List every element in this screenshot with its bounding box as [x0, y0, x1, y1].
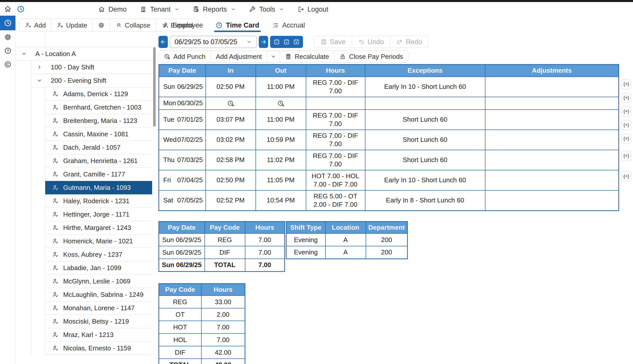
employee-item[interactable]: Hirthe, Margaret - 1243 [45, 221, 152, 235]
timecard-row-sun: Sun06/29/25 02:50 PM 11:00 PM REG 7.00 -… [159, 77, 619, 97]
tree-scrollbar-thumb[interactable] [153, 47, 156, 127]
out-punch-cell [256, 97, 306, 110]
employee-item[interactable]: Hettinger, Jorge - 1171 [45, 208, 152, 221]
nav-item-tools[interactable]: Tools [249, 6, 284, 13]
person-check-icon [52, 265, 59, 271]
redo-button[interactable]: Redo [390, 36, 428, 48]
add-punch-icon[interactable] [227, 100, 235, 107]
out-punch-cell[interactable]: 10:54 PM [256, 190, 306, 211]
out-punch-cell[interactable]: 11:00 PM [256, 77, 306, 97]
calendar-minus-icon[interactable] [273, 39, 280, 45]
employee-item[interactable]: Homenick, Marie - 1021 [45, 235, 152, 248]
tree-settings-button[interactable] [93, 19, 110, 32]
calendar-check-icon[interactable] [283, 39, 290, 45]
add-row-adjustment-button[interactable]: {+} [621, 151, 631, 161]
nav-item-logout[interactable]: Logout [297, 6, 329, 13]
nav-item-reports[interactable]: Reports [193, 6, 236, 13]
employee-item[interactable]: Labadie, Jan - 1099 [45, 261, 152, 275]
date-label: 07/04/25 [177, 176, 203, 184]
add-adjustment-button[interactable]: Add Adjustment [211, 51, 267, 62]
tree-item-evening-shift[interactable]: 200 - Evening Shift [31, 74, 152, 87]
out-punch-cell[interactable]: 11:00 PM [256, 110, 306, 130]
in-punch-cell[interactable]: 02:50 PM [206, 170, 256, 190]
add-row-adjustment-button[interactable]: {+} [621, 120, 631, 130]
hours-cell: REG 5.00 - OT 2.00 - DIF 7.00 [306, 190, 365, 211]
add-row-adjustment-button[interactable]: {+} [621, 107, 631, 116]
summary-row: HOT 7.00 [159, 321, 245, 333]
nav-demo-label: Demo [108, 6, 127, 13]
employee-item[interactable]: Mraz, Karl - 1213 [45, 328, 152, 342]
nav-item-tenant[interactable]: Tenant [140, 6, 179, 13]
sidebar-about-button[interactable] [0, 58, 15, 71]
previous-period-button[interactable] [158, 36, 168, 48]
sidebar-home-button[interactable] [0, 2, 15, 16]
summary-row: OT 2.00 [159, 308, 245, 321]
employee-label: McGlynn, Leslie - 1069 [63, 277, 130, 285]
employee-item[interactable]: Cassin, Maxine - 1081 [45, 127, 152, 141]
adjustments-cell [485, 150, 619, 170]
calendar-plus-icon[interactable] [293, 39, 300, 45]
window-top-strip [0, 0, 633, 2]
employee-item[interactable]: McGlynn, Leslie - 1069 [45, 275, 152, 288]
add-row-adjustment-button[interactable]: {+} [621, 134, 631, 144]
out-punch-cell[interactable]: 11:02 PM [256, 150, 306, 170]
add-employee-button[interactable]: Add [19, 19, 51, 32]
add-punch-icon[interactable] [277, 100, 285, 107]
employee-item[interactable]: McLaughlin, Sabrina - 1249 [45, 288, 152, 301]
add-row-adjustment-button[interactable]: {+} [621, 93, 631, 103]
column-header-department: Department [366, 221, 408, 233]
employee-item[interactable]: Haley, Roderick - 1231 [45, 194, 152, 208]
app-clock-logo-icon [17, 5, 25, 13]
add-row-adjustment-button[interactable]: {+} [621, 79, 631, 89]
next-period-button[interactable] [259, 36, 268, 48]
employee-item[interactable]: Grant, Camille - 1177 [45, 168, 152, 181]
pay-period-select[interactable]: 06/29/25 to 07/05/25 [170, 36, 257, 48]
pay-code-cell: HOT [159, 321, 201, 333]
hours-cell: REG 7.00 - DIF 7.00 [306, 110, 365, 130]
tab-time-card[interactable]: Time Card [216, 21, 259, 29]
employee-item[interactable]: Koss, Aubrey - 1237 [45, 248, 152, 261]
employee-item[interactable]: Adams, Derrick - 1129 [45, 87, 152, 101]
employee-item[interactable]: Graham, Henrietta - 1261 [45, 154, 152, 168]
day-label: Tue [163, 115, 177, 124]
close-pay-periods-button[interactable]: Close Pay Periods [334, 51, 408, 62]
sidebar-help-button[interactable] [0, 44, 15, 58]
employee-item[interactable]: Dach, Jerald - 1057 [45, 141, 152, 154]
tab-accrual[interactable]: Accrual [272, 21, 305, 29]
sidebar-settings-button[interactable] [0, 30, 15, 44]
tab-employee[interactable]: Employee [162, 21, 203, 29]
save-button[interactable]: Save [314, 36, 352, 48]
employee-item[interactable]: Breitenberg, Maria - 1123 [45, 114, 152, 127]
tree-scrollbar-track[interactable] [153, 47, 156, 364]
employee-item[interactable]: Monahan, Lorene - 1147 [45, 301, 152, 315]
out-punch-cell[interactable]: 11:05 PM [256, 170, 306, 190]
add-row-adjustment-button[interactable]: {+} [621, 171, 631, 181]
out-punch-cell[interactable]: 10:59 PM [256, 130, 306, 150]
nav-item-demo[interactable]: Demo [98, 6, 127, 13]
sidebar-time-card-button[interactable] [0, 16, 15, 30]
tree-item-day-shift[interactable]: 100 - Day Shift [31, 61, 152, 74]
summary-row: REG 33.00 [159, 296, 245, 308]
in-punch-cell[interactable]: 02:52 PM [206, 190, 256, 211]
summary-row: HOL 7.00 [159, 333, 245, 346]
recalculate-button[interactable]: Recalculate [280, 51, 334, 62]
add-punch-button[interactable]: Add Punch [159, 51, 211, 62]
in-punch-cell[interactable]: 03:02 PM [206, 130, 256, 150]
day-label: Sun [163, 83, 177, 91]
employee-item[interactable]: Nicolas, Ernesto - 1159 [45, 342, 152, 355]
update-employee-button[interactable]: Update [51, 19, 93, 32]
employee-item[interactable]: Bernhard, Gretchen - 1003 [45, 101, 152, 114]
employee-item[interactable]: Mosciski, Betsy - 1219 [45, 315, 152, 328]
pay-code-cell: HOL [159, 333, 201, 346]
tab-employee-label: Employee [173, 21, 203, 29]
lock-icon [339, 53, 346, 60]
in-punch-cell[interactable]: 02:58 PM [206, 150, 256, 170]
tree-item-location[interactable]: A - Location A [16, 47, 152, 61]
employee-item-selected[interactable]: Gutmann, Maria - 1093 [45, 181, 152, 194]
in-punch-cell[interactable]: 02:50 PM [206, 77, 256, 97]
person-check-icon [52, 158, 59, 164]
add-adjustment-dropdown-button[interactable] [267, 51, 280, 62]
in-punch-cell[interactable]: 03:07 PM [206, 110, 256, 130]
collapse-tree-button[interactable]: Collapse [110, 19, 156, 32]
undo-button[interactable]: Undo [352, 36, 390, 48]
